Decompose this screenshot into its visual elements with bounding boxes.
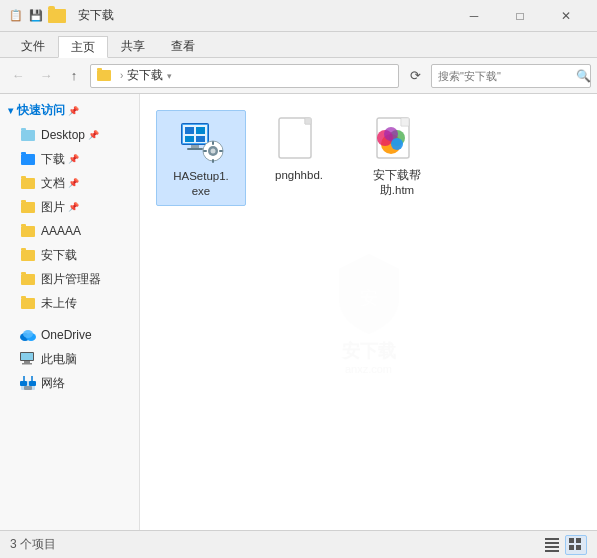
quick-access-header[interactable]: ▾ 快速访问 📌 <box>0 98 139 123</box>
address-chevron-icon: ▾ <box>167 71 172 81</box>
tab-share[interactable]: 共享 <box>108 35 158 57</box>
desktop-label: Desktop <box>41 128 85 142</box>
aaaaa-icon <box>20 223 36 239</box>
svg-rect-45 <box>576 545 581 550</box>
svg-rect-41 <box>545 550 559 552</box>
sidebar-item-aaaaa[interactable]: AAAAA <box>0 219 139 243</box>
ribbon-tabs: 文件 主页 共享 查看 <box>0 32 597 58</box>
svg-point-37 <box>391 138 403 150</box>
network-icon <box>20 375 36 391</box>
address-bar[interactable]: › 安下载 ▾ <box>90 64 399 88</box>
file-item-pnghhbd[interactable]: pnghhbd. <box>254 110 344 206</box>
desktop-pin: 📌 <box>88 130 99 140</box>
details-view-button[interactable] <box>541 535 563 555</box>
svg-rect-20 <box>196 136 205 142</box>
watermark: 安 安下载 anxz.com <box>324 249 414 375</box>
svg-text:安: 安 <box>360 288 378 308</box>
aaaaa-label: AAAAA <box>41 224 81 238</box>
sidebar-item-download[interactable]: 下载 📌 <box>0 147 139 171</box>
documents-pin: 📌 <box>68 178 79 188</box>
save-icon: 💾 <box>28 8 44 24</box>
quick-access-label: 快速访问 <box>17 102 65 119</box>
onedrive-icon <box>20 327 36 343</box>
pictures-label: 图片 <box>41 199 65 216</box>
svg-rect-28 <box>203 150 207 152</box>
status-bar: 3 个项目 <box>0 530 597 558</box>
anzaixia-label: 安下载 <box>41 247 77 264</box>
window-controls: ─ □ ✕ <box>451 0 589 32</box>
search-bar[interactable]: 🔍 <box>431 64 591 88</box>
htm-filename: 安下载帮助.htm <box>373 168 421 198</box>
search-icon[interactable]: 🔍 <box>576 69 591 83</box>
svg-rect-22 <box>187 148 203 150</box>
svg-rect-42 <box>569 538 574 543</box>
tab-file[interactable]: 文件 <box>8 35 58 57</box>
svg-rect-21 <box>191 145 199 148</box>
svg-rect-40 <box>545 546 559 548</box>
download-pin: 📌 <box>68 154 79 164</box>
up-button[interactable]: ↑ <box>62 64 86 88</box>
address-separator: › <box>120 70 123 81</box>
minimize-button[interactable]: ─ <box>451 0 497 32</box>
file-grid: HASetup1.exe pnghhbd. <box>140 94 597 222</box>
svg-rect-5 <box>24 361 30 363</box>
documents-icon <box>20 175 36 191</box>
svg-rect-29 <box>219 150 223 152</box>
back-button[interactable]: ← <box>6 64 30 88</box>
svg-rect-27 <box>212 159 214 163</box>
not-uploaded-icon <box>20 295 36 311</box>
svg-rect-44 <box>569 545 574 550</box>
view-buttons <box>541 535 587 555</box>
svg-rect-6 <box>22 363 32 365</box>
download-label: 下载 <box>41 151 65 168</box>
address-text: 安下载 <box>127 67 163 84</box>
svg-rect-12 <box>24 386 32 390</box>
large-icons-view-button[interactable] <box>565 535 587 555</box>
quick-access-icon: 📋 <box>8 8 24 24</box>
svg-rect-10 <box>20 381 27 386</box>
content-area: 安 安下载 anxz.com <box>140 94 597 530</box>
desktop-icon <box>20 127 36 143</box>
sidebar-item-image-manager[interactable]: 图片管理器 <box>0 267 139 291</box>
tab-view[interactable]: 查看 <box>158 35 208 57</box>
svg-rect-4 <box>21 353 33 360</box>
file-item-htm[interactable]: 安下载帮助.htm <box>352 110 442 206</box>
sidebar-item-pictures[interactable]: 图片 📌 <box>0 195 139 219</box>
sidebar-item-documents[interactable]: 文档 📌 <box>0 171 139 195</box>
quick-access-chevron: ▾ <box>8 105 13 116</box>
file-item-hasetup[interactable]: HASetup1.exe <box>156 110 246 206</box>
sidebar-item-onedrive[interactable]: OneDrive <box>0 323 139 347</box>
sidebar-item-desktop[interactable]: Desktop 📌 <box>0 123 139 147</box>
pictures-icon <box>20 199 36 215</box>
pc-icon <box>20 351 36 367</box>
sidebar-item-network[interactable]: 网络 <box>0 371 139 395</box>
sidebar-item-anzaixia[interactable]: 安下载 <box>0 243 139 267</box>
svg-rect-38 <box>545 538 559 540</box>
folder-title-icon <box>48 9 66 23</box>
svg-rect-26 <box>212 141 214 145</box>
image-manager-icon <box>20 271 36 287</box>
maximize-button[interactable]: □ <box>497 0 543 32</box>
forward-button[interactable]: → <box>34 64 58 88</box>
window-title: 安下载 <box>78 7 451 24</box>
htm-file-icon <box>373 116 421 164</box>
not-uploaded-label: 未上传 <box>41 295 77 312</box>
svg-rect-17 <box>185 127 194 134</box>
image-manager-label: 图片管理器 <box>41 271 101 288</box>
main-layout: ▾ 快速访问 📌 Desktop 📌 下载 📌 文档 📌 <box>0 94 597 530</box>
documents-label: 文档 <box>41 175 65 192</box>
close-button[interactable]: ✕ <box>543 0 589 32</box>
hasetup-filename: HASetup1.exe <box>173 169 229 199</box>
svg-rect-43 <box>576 538 581 543</box>
svg-point-2 <box>23 330 33 338</box>
pnghhbd-filename: pnghhbd. <box>275 168 323 183</box>
sidebar: ▾ 快速访问 📌 Desktop 📌 下载 📌 文档 📌 <box>0 94 140 530</box>
refresh-button[interactable]: ⟳ <box>403 64 427 88</box>
svg-rect-39 <box>545 542 559 544</box>
title-bar: 📋 💾 安下载 ─ □ ✕ <box>0 0 597 32</box>
search-input[interactable] <box>438 70 576 82</box>
tab-home[interactable]: 主页 <box>58 36 108 58</box>
svg-rect-11 <box>29 381 36 386</box>
sidebar-item-not-uploaded[interactable]: 未上传 <box>0 291 139 315</box>
sidebar-item-pc[interactable]: 此电脑 <box>0 347 139 371</box>
